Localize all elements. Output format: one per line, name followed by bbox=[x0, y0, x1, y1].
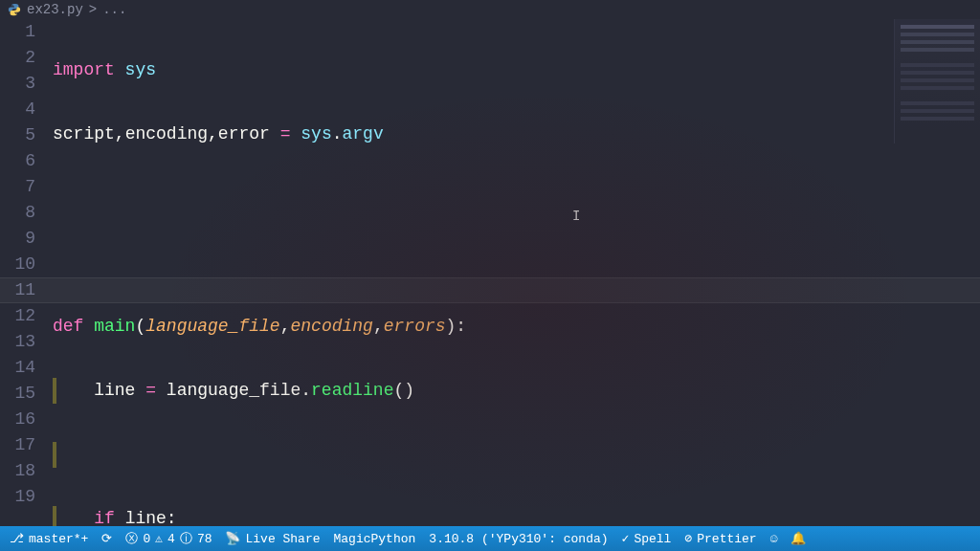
git-branch-label: master*+ bbox=[29, 532, 88, 546]
code-editor[interactable]: 1 2 3 4 5 6 7 8 9 10 11 12 13 14 15 16 1… bbox=[0, 19, 980, 522]
problems-item[interactable]: ⓧ0 ⚠4 ⓘ78 bbox=[125, 530, 212, 547]
code-line: line = language_file.readline() bbox=[53, 378, 980, 404]
line-number: 17 bbox=[0, 432, 35, 458]
line-number: 1 bbox=[0, 19, 35, 45]
sync-icon: ⟳ bbox=[101, 531, 112, 546]
warning-icon: ⚠ bbox=[155, 531, 163, 546]
prettier-button[interactable]: ⊘ Prettier bbox=[684, 531, 756, 546]
code-area[interactable]: import sys script,encoding,error = sys.a… bbox=[53, 19, 980, 522]
prettier-label: Prettier bbox=[697, 532, 756, 546]
git-branch-item[interactable]: ⎇ master*+ bbox=[10, 531, 88, 546]
line-number: 15 bbox=[0, 381, 35, 407]
line-number: 5 bbox=[0, 122, 35, 148]
line-number: 4 bbox=[0, 97, 35, 122]
code-line bbox=[53, 250, 980, 276]
line-number-gutter: 1 2 3 4 5 6 7 8 9 10 11 12 13 14 15 16 1… bbox=[0, 19, 53, 522]
breadcrumb[interactable]: ex23.py > ... bbox=[0, 0, 980, 19]
info-count: 78 bbox=[197, 532, 212, 546]
line-number: 7 bbox=[0, 174, 35, 200]
line-number: 2 bbox=[0, 45, 35, 71]
breadcrumb-rest[interactable]: ... bbox=[102, 2, 126, 17]
check-icon: ✓ bbox=[622, 531, 630, 546]
sync-button[interactable]: ⟳ bbox=[101, 531, 112, 546]
language-label: MagicPython bbox=[334, 532, 416, 546]
code-line bbox=[53, 186, 980, 211]
liveshare-button[interactable]: 📡 Live Share bbox=[225, 531, 320, 546]
python-label: 3.10.8 ('YPy310': conda) bbox=[429, 532, 608, 546]
breadcrumb-file[interactable]: ex23.py bbox=[27, 2, 83, 17]
line-number: 9 bbox=[0, 226, 35, 252]
bell-icon: 🔔 bbox=[791, 531, 806, 546]
line-number: 3 bbox=[0, 71, 35, 97]
line-number: 10 bbox=[0, 252, 35, 277]
line-number: 16 bbox=[0, 407, 35, 432]
breadcrumb-sep: > bbox=[89, 2, 97, 17]
error-count: 0 bbox=[143, 532, 150, 546]
liveshare-icon: 📡 bbox=[225, 531, 240, 546]
feedback-icon: ☺ bbox=[770, 532, 778, 546]
git-branch-icon: ⎇ bbox=[10, 531, 24, 546]
language-mode[interactable]: MagicPython bbox=[334, 532, 416, 546]
info-icon: ⓘ bbox=[180, 530, 192, 547]
minimap[interactable] bbox=[894, 19, 980, 143]
line-number: 6 bbox=[0, 148, 35, 174]
line-number: 13 bbox=[0, 329, 35, 355]
code-line: script,encoding,error = sys.argv bbox=[53, 121, 980, 147]
code-line: import sys bbox=[53, 57, 980, 83]
code-line: def main(language_file,encoding,errors): bbox=[53, 314, 980, 340]
error-icon: ⓧ bbox=[125, 530, 138, 547]
warning-count: 4 bbox=[167, 532, 175, 546]
spell-label: Spell bbox=[634, 532, 671, 546]
python-file-icon bbox=[8, 3, 21, 16]
line-number: 8 bbox=[0, 200, 35, 226]
python-interpreter[interactable]: 3.10.8 ('YPy310': conda) bbox=[429, 532, 608, 546]
line-number: 12 bbox=[0, 303, 35, 329]
spell-check[interactable]: ✓ Spell bbox=[622, 531, 672, 546]
liveshare-label: Live Share bbox=[245, 532, 320, 546]
feedback-button[interactable]: ☺ bbox=[770, 532, 778, 546]
line-number: 19 bbox=[0, 484, 35, 510]
notifications-button[interactable]: 🔔 bbox=[791, 531, 806, 546]
code-line bbox=[53, 442, 980, 468]
prettier-icon: ⊘ bbox=[684, 531, 692, 546]
line-number: 11 bbox=[0, 277, 35, 303]
line-number: 14 bbox=[0, 355, 35, 381]
status-bar: ⎇ master*+ ⟳ ⓧ0 ⚠4 ⓘ78 📡 Live Share Magi… bbox=[0, 526, 980, 551]
text-cursor: I bbox=[572, 209, 580, 224]
line-number: 18 bbox=[0, 458, 35, 484]
